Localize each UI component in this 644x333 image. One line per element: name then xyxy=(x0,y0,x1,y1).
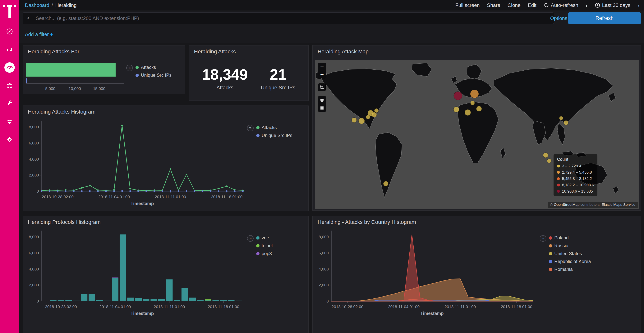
app-sidebar xyxy=(0,0,19,333)
legend-item-unique-src-ips[interactable]: Unique Src IPs xyxy=(136,73,172,78)
attacks-histogram-chart[interactable]: 02,0004,0006,0008,0002018-10-28 02:00201… xyxy=(26,118,245,208)
legend-item-attacks[interactable]: Attacks xyxy=(136,65,172,70)
legend-label: Russia xyxy=(554,243,568,248)
full-screen-button[interactable]: Full screen xyxy=(456,2,480,8)
legend-dot xyxy=(557,177,560,180)
legend-item-russia[interactable]: Russia xyxy=(549,243,591,248)
legend-label: pop3 xyxy=(262,251,272,256)
panel-attacks-histogram: Heralding Attacks Histogram 02,0004,0006… xyxy=(22,106,308,211)
time-next-button[interactable]: › xyxy=(638,3,640,8)
sidebar-item-tools[interactable] xyxy=(4,97,16,110)
dashboard-actions: Full screen Share Clone Edit Auto-refres… xyxy=(456,2,640,8)
panel-protocols-histogram: Heralding Protocols Histogram 02,0004,00… xyxy=(22,216,308,333)
share-button[interactable]: Share xyxy=(487,2,500,8)
svg-text:2,000: 2,000 xyxy=(29,173,39,177)
svg-text:0: 0 xyxy=(326,299,329,303)
svg-text:2018-11-18 01:00: 2018-11-18 01:00 xyxy=(211,194,242,199)
legend-dot xyxy=(549,236,552,240)
zoom-out-button[interactable]: − xyxy=(318,71,326,78)
legend-item-attacks[interactable]: Attacks xyxy=(256,125,292,130)
draw-rectangle-button[interactable] xyxy=(318,104,326,112)
breadcrumb: Dashboard / Heralding xyxy=(25,2,77,8)
attribution-prefix: © xyxy=(550,203,554,207)
legend-dot xyxy=(136,74,139,77)
legend-toggle-icon[interactable]: » xyxy=(126,65,133,71)
legend-item-united-states[interactable]: United States xyxy=(549,251,591,256)
legend-dot xyxy=(557,190,560,193)
edit-button[interactable]: Edit xyxy=(528,2,536,8)
legend-toggle-icon[interactable]: » xyxy=(247,235,254,242)
sidebar-item-visualize[interactable] xyxy=(4,43,16,56)
metric-group: 18,349 Attacks 21 Unique Src IPs xyxy=(189,66,308,91)
elastic-maps-link[interactable]: Elastic Maps Service xyxy=(602,203,636,207)
query-prompt-icon: >_ xyxy=(27,15,32,21)
bar-chart-icon xyxy=(6,46,13,53)
legend-row: 5,455.8 – 8,182.2 xyxy=(557,176,594,181)
clock-icon xyxy=(595,3,600,8)
world-map[interactable]: + − xyxy=(315,60,639,209)
wrench-icon xyxy=(6,100,13,107)
crop-icon xyxy=(320,85,324,90)
sidebar-item-monitoring[interactable] xyxy=(4,116,16,128)
breadcrumb-dashboard-link[interactable]: Dashboard xyxy=(25,2,49,8)
metric-label: Attacks xyxy=(202,85,248,91)
legend-row: 3 – 2,729.4 xyxy=(557,164,594,168)
fit-bounds-button[interactable] xyxy=(318,84,326,91)
country-histogram-chart[interactable]: 02,0004,0006,0008,0002018-10-28 02:00201… xyxy=(315,227,535,318)
legend-toggle-icon[interactable]: » xyxy=(540,235,546,242)
svg-text:2018-11-18 01:00: 2018-11-18 01:00 xyxy=(501,304,532,309)
legend-toggle-icon[interactable]: » xyxy=(247,125,254,131)
refresh-button[interactable]: Refresh xyxy=(568,12,641,24)
bug-icon xyxy=(6,82,13,89)
zoom-in-button[interactable]: + xyxy=(318,63,326,71)
legend-range: 8,182.2 – 10,908.6 xyxy=(562,183,594,187)
svg-text:0: 0 xyxy=(36,299,39,303)
legend-dot xyxy=(557,184,560,186)
svg-text:6,000: 6,000 xyxy=(29,141,39,145)
legend-item-pop3[interactable]: pop3 xyxy=(256,251,273,256)
legend-item-poland[interactable]: Poland xyxy=(549,235,591,240)
legend-dot xyxy=(549,252,552,255)
legend-item-vnc[interactable]: vnc xyxy=(256,235,273,240)
attacks-bar-chart[interactable]: 5,00010,00015,000 xyxy=(26,62,126,92)
legend-item-romania[interactable]: Romania xyxy=(549,267,591,272)
legend-dot xyxy=(256,252,260,255)
protocols-histogram-chart[interactable]: 02,0004,0006,0008,0002018-10-28 02:00201… xyxy=(26,227,245,318)
clone-button[interactable]: Clone xyxy=(508,2,520,8)
legend-item-republic-of-korea[interactable]: Republic of Korea xyxy=(549,259,591,264)
auto-refresh-button[interactable]: Auto-refresh xyxy=(544,2,578,8)
svg-text:2018-11-18 01:00: 2018-11-18 01:00 xyxy=(208,304,239,309)
gear-icon xyxy=(6,136,13,143)
legend-item-telnet[interactable]: telnet xyxy=(256,243,273,248)
draw-polygon-button[interactable] xyxy=(318,96,326,104)
legend-range: 10,908.6 – 13,635 xyxy=(562,189,593,194)
panel-attacks-metric: Heralding Attacks 18,349 Attacks 21 Uniq… xyxy=(189,45,308,101)
query-options-link[interactable]: Options xyxy=(550,11,567,26)
legend-item-unique-src-ips[interactable]: Unique Src IPs xyxy=(256,133,292,138)
svg-text:2018-11-11 01:00: 2018-11-11 01:00 xyxy=(445,304,476,309)
sidebar-item-discover[interactable] xyxy=(4,25,16,38)
svg-text:8,000: 8,000 xyxy=(29,125,39,129)
legend-label: Poland xyxy=(554,235,569,240)
time-range-picker[interactable]: Last 30 days xyxy=(595,2,630,8)
svg-text:2,000: 2,000 xyxy=(318,283,329,287)
sidebar-item-dashboard[interactable] xyxy=(4,61,16,74)
search-input[interactable] xyxy=(36,15,550,21)
panel-title: Heralding Attacks Histogram xyxy=(28,109,96,115)
legend-title: Count xyxy=(557,157,594,162)
add-filter-link[interactable]: Add a filter + xyxy=(25,31,53,38)
legend-label: Unique Src IPs xyxy=(141,73,172,78)
heartbeat-icon xyxy=(6,118,13,125)
svg-text:2018-11-11 01:00: 2018-11-11 01:00 xyxy=(155,194,186,199)
compass-icon xyxy=(6,28,13,35)
openstreetmap-link[interactable]: OpenStreetMap xyxy=(554,203,580,207)
time-prev-button[interactable]: ‹ xyxy=(586,3,588,8)
legend-dot xyxy=(256,134,260,137)
sidebar-item-sensors[interactable] xyxy=(4,79,16,92)
svg-text:15,000: 15,000 xyxy=(93,86,105,91)
attacks-bar-legend: » Attacks Unique Src IPs xyxy=(126,65,172,78)
breadcrumb-current: Heralding xyxy=(55,2,76,8)
sidebar-item-management[interactable] xyxy=(4,134,16,146)
svg-text:4,000: 4,000 xyxy=(29,267,39,271)
telekom-logo[interactable] xyxy=(3,3,16,20)
